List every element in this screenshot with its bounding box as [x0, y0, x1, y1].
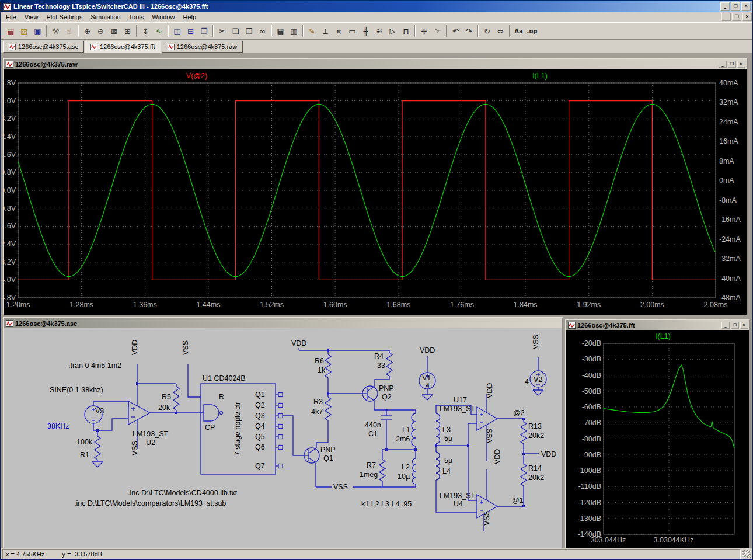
schematic-canvas[interactable]: .tran 0 4m5 1m2SINE(0 1 38khz)V338KHz100… — [4, 328, 562, 548]
inductor-button[interactable]: ≋ — [372, 25, 386, 37]
find-button[interactable]: ∞ — [256, 25, 269, 37]
cut-button[interactable]: ✂ — [215, 25, 229, 37]
status-cursor-x: x = 4.755KHz — [6, 551, 44, 558]
y-right-tick-label: -8mA — [719, 196, 737, 204]
status-bar: x = 4.755KHz y = -33.578dB — [1, 548, 752, 560]
menu-simulation[interactable]: Simulation — [86, 12, 124, 22]
raw-window: 1266osc@4k375.raw _❐✕ 1.20ms1.28ms1.36ms… — [3, 58, 748, 315]
print-preview-button[interactable]: ▥ — [287, 25, 301, 37]
raw-window-close-button[interactable]: ✕ — [737, 61, 745, 68]
fft-y-tick-label: -40dB — [582, 371, 601, 380]
raw-window-minimize-button[interactable]: _ — [719, 61, 727, 68]
tab-1266osc@4k375.asc[interactable]: 1266osc@4k375.asc — [3, 41, 84, 53]
print-button[interactable]: ▦ — [274, 25, 287, 37]
diode-button[interactable]: ▷ — [386, 25, 399, 37]
schematic-label: .inc D:\LTC\Models\comparators\LM193_st.… — [74, 499, 226, 507]
main-minimize-button[interactable]: _ — [720, 2, 730, 11]
toolbar-separator — [509, 25, 510, 37]
schematic-window-titlebar[interactable]: 1266osc@4k375.asc — [4, 318, 562, 328]
schematic-label: 33 — [377, 361, 385, 370]
mdi-close-button[interactable]: ✕ — [742, 13, 752, 21]
fft-window-titlebar[interactable]: 1266osc@4k375.fft _❐✕ — [566, 320, 749, 330]
toolbar-separator — [271, 25, 272, 37]
plot-settings-button[interactable]: ∿ — [152, 25, 166, 37]
resize-grip[interactable] — [742, 550, 751, 558]
raw-window-restore-button[interactable]: ❐ — [728, 61, 736, 68]
schematic-label: .inc D:\LTC\Models\CD4000.lib.txt — [128, 489, 238, 497]
control-panel-button[interactable]: ⚒ — [49, 25, 62, 37]
menu-plot-settings[interactable]: Plot Settings — [42, 12, 86, 22]
capacitor-button[interactable]: ╫ — [359, 25, 372, 37]
fft-window-restore-button[interactable]: ❐ — [731, 322, 739, 329]
draw-wire-button[interactable]: ✎ — [305, 25, 319, 37]
y-left-tick-label: 2.4V — [4, 133, 16, 141]
transient-plot[interactable]: 1.20ms1.28ms1.36ms1.44ms1.52ms1.60ms1.68… — [4, 69, 747, 315]
toolbar-separator — [78, 25, 79, 37]
y-left-tick-label: 4.0V — [4, 97, 16, 105]
open-folder-button[interactable]: ▨ — [18, 25, 31, 37]
main-close-button[interactable]: ✕ — [741, 2, 751, 11]
schematic-label: C1 — [368, 430, 378, 438]
mirror-button[interactable]: ⇔ — [494, 25, 507, 37]
spice-directive-button[interactable]: .op — [525, 25, 539, 37]
schematic-label: L3 — [442, 426, 451, 434]
title-bar[interactable]: Linear Technology LTspice/SwitcherCAD II… — [1, 1, 752, 12]
halt-hand-button[interactable]: ☝ — [62, 25, 76, 37]
net-label-button[interactable]: ¤ — [332, 25, 346, 37]
raw-window-titlebar[interactable]: 1266osc@4k375.raw _❐✕ — [4, 59, 747, 69]
autorange-y-button[interactable]: ↕ — [139, 25, 152, 37]
schematic-label: U4 — [454, 500, 463, 508]
fft-plot[interactable]: -20dB-30dB-40dB-50dB-60dB-70dB-80dB-90dB… — [566, 330, 749, 548]
ground-button[interactable]: ⊥ — [319, 25, 332, 37]
fft-y-tick-label: -70dB — [582, 419, 601, 427]
schematic-label: VDD — [131, 340, 139, 355]
copy-button[interactable]: ❏ — [229, 25, 242, 37]
mdi-minimize-button[interactable]: _ — [721, 13, 731, 21]
schematic-label: L4 — [442, 467, 451, 475]
fft-y-tick-label: -80dB — [582, 435, 601, 443]
resistor-button[interactable]: ▭ — [346, 25, 359, 37]
zoom-full-extents-button[interactable]: ⊞ — [121, 25, 134, 37]
redo-button[interactable]: ↷ — [462, 25, 476, 37]
schematic-label: U17 — [454, 396, 467, 404]
y-right-tick-label: 0mA — [719, 176, 734, 185]
tile-vertical-button[interactable]: ◫ — [170, 25, 184, 37]
menu-help[interactable]: Help — [179, 12, 200, 22]
drag-button[interactable]: ☞ — [431, 25, 444, 37]
undo-button[interactable]: ↶ — [449, 25, 462, 37]
menu-file[interactable]: File — [2, 12, 20, 22]
x-tick-label: 2.08ms — [704, 301, 728, 309]
menu-window[interactable]: Window — [148, 12, 179, 22]
mdi-area: 1266osc@4k375.raw _❐✕ 1.20ms1.28ms1.36ms… — [1, 53, 752, 548]
schematic-label: LM193_ST — [133, 430, 169, 438]
component-button[interactable]: ⊓ — [399, 25, 413, 37]
zoom-back-button[interactable]: ⊠ — [107, 25, 121, 37]
menu-tools[interactable]: Tools — [125, 12, 148, 22]
save-button[interactable]: ▣ — [31, 25, 44, 37]
zoom-in-button[interactable]: ⊕ — [81, 25, 94, 37]
fft-window-close-button[interactable]: ✕ — [740, 322, 748, 329]
fft-window-minimize-button[interactable]: _ — [721, 322, 730, 329]
rotate-button[interactable]: ↻ — [480, 25, 494, 37]
schematic-label: V2 — [534, 375, 542, 384]
paste-button[interactable]: ❒ — [242, 25, 256, 37]
schematic-label: 20k2 — [528, 474, 544, 482]
tab-1266osc@4k375.fft[interactable]: 1266osc@4k375.fft — [85, 41, 161, 53]
y-left-tick-label: 0.0V — [4, 186, 16, 194]
toolbar-separator — [477, 25, 479, 37]
zoom-out-button[interactable]: ⊖ — [94, 25, 107, 37]
tab-1266osc@4k375.raw[interactable]: 1266osc@4k375.raw — [162, 41, 243, 53]
tile-horizontal-button[interactable]: ⊟ — [184, 25, 197, 37]
move-button[interactable]: ✛ — [417, 25, 431, 37]
tab-label: 1266osc@4k375.fft — [100, 43, 155, 50]
cascade-windows-button[interactable]: ❐ — [197, 25, 211, 37]
menu-view[interactable]: View — [20, 12, 43, 22]
mdi-restore-button[interactable]: ❐ — [732, 13, 741, 21]
schematic-label: R3 — [313, 398, 323, 406]
new-schematic-button[interactable]: ▤ — [4, 25, 18, 37]
toolbar-separator — [168, 25, 169, 37]
schematic-label: U1 CD4024B — [203, 374, 246, 382]
text-button[interactable]: Aa — [512, 25, 525, 37]
main-restore-button[interactable]: ❐ — [731, 2, 740, 11]
schematic-label: VSS — [486, 429, 494, 443]
